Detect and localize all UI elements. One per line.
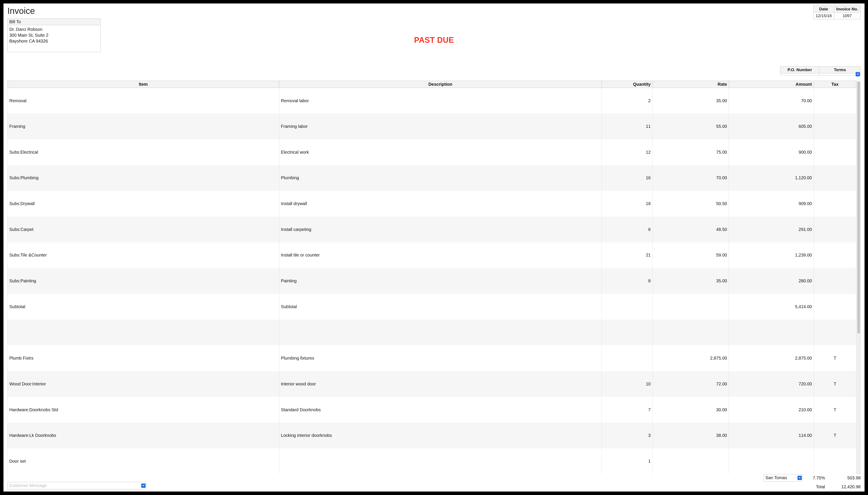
- cell-amount[interactable]: [729, 320, 814, 345]
- col-description[interactable]: Description: [279, 81, 602, 88]
- cell-description[interactable]: Plumbing: [279, 165, 602, 191]
- chevron-down-icon[interactable]: [856, 72, 860, 76]
- date-field[interactable]: 12/15/18: [813, 13, 834, 19]
- cell-description[interactable]: Interior wood door: [279, 371, 602, 397]
- cell-item[interactable]: Wood Door:Interior: [7, 371, 279, 397]
- table-row[interactable]: FramingFraming labor1155.00605.00: [7, 114, 856, 139]
- tax-jurisdiction-dropdown[interactable]: San Tomas: [763, 474, 802, 481]
- cell-description[interactable]: Removal labor: [279, 88, 602, 114]
- cell-rate[interactable]: 30.00: [653, 397, 729, 423]
- cell-item[interactable]: Plumb Fixtrs: [7, 345, 279, 371]
- cell-tax[interactable]: T: [814, 397, 856, 423]
- table-row[interactable]: Subs:PlumbingPlumbing1670.001,120.00: [7, 165, 856, 191]
- cell-rate[interactable]: [653, 320, 729, 345]
- cell-amount[interactable]: 291.00: [729, 217, 814, 242]
- cell-item[interactable]: Door set: [7, 448, 279, 474]
- cell-tax[interactable]: [814, 242, 856, 268]
- cell-rate[interactable]: 75.00: [653, 139, 729, 165]
- table-row[interactable]: RemovalRemoval labor235.0070.00: [7, 88, 856, 114]
- cell-amount[interactable]: 1,120.00: [729, 165, 814, 191]
- cell-rate[interactable]: 48.50: [653, 217, 729, 242]
- customer-message-dropdown[interactable]: Customer Message: [7, 482, 146, 489]
- cell-item[interactable]: Subs:Painting: [7, 268, 279, 294]
- cell-description[interactable]: Subtotal: [279, 294, 602, 320]
- chevron-down-icon[interactable]: [141, 483, 145, 488]
- cell-amount[interactable]: 900.00: [729, 139, 814, 165]
- cell-quantity[interactable]: 21: [602, 242, 653, 268]
- table-row[interactable]: Hardware:Lk DoorknobsLocking interior do…: [7, 423, 856, 448]
- cell-quantity[interactable]: 1: [602, 448, 653, 474]
- cell-quantity[interactable]: 6: [602, 217, 653, 242]
- cell-quantity[interactable]: [602, 320, 653, 345]
- cell-description[interactable]: Electrical work: [279, 139, 602, 165]
- cell-amount[interactable]: 2,875.00: [729, 345, 814, 371]
- cell-amount[interactable]: 114.00: [729, 423, 814, 448]
- table-row[interactable]: Hardware:Doorknobs StdStandard Doorknobs…: [7, 397, 856, 423]
- cell-rate[interactable]: [653, 448, 729, 474]
- cell-tax[interactable]: [814, 165, 856, 191]
- scrollbar-thumb[interactable]: [857, 82, 860, 333]
- cell-tax[interactable]: [814, 320, 856, 345]
- cell-item[interactable]: Subtotal: [7, 294, 279, 320]
- cell-item[interactable]: Subs:Carpet: [7, 217, 279, 242]
- chevron-down-icon[interactable]: [797, 476, 802, 480]
- table-row[interactable]: SubtotalSubtotal5,414.00: [7, 294, 856, 320]
- cell-tax[interactable]: [814, 268, 856, 294]
- cell-quantity[interactable]: 18: [602, 191, 653, 217]
- cell-tax[interactable]: [814, 294, 856, 320]
- cell-description[interactable]: Standard Doorknobs: [279, 397, 602, 423]
- cell-amount[interactable]: 720.00: [729, 371, 814, 397]
- table-row[interactable]: Door set1: [7, 448, 856, 474]
- cell-amount[interactable]: 210.00: [729, 397, 814, 423]
- col-quantity[interactable]: Quantity: [602, 81, 653, 88]
- cell-tax[interactable]: T: [814, 423, 856, 448]
- cell-description[interactable]: Painting: [279, 268, 602, 294]
- cell-rate[interactable]: 35.00: [653, 88, 729, 114]
- col-tax[interactable]: Tax: [814, 81, 856, 88]
- table-row[interactable]: Subs:PaintingPainting835.00280.00: [7, 268, 856, 294]
- cell-rate[interactable]: 50.50: [653, 191, 729, 217]
- cell-rate[interactable]: 2,875.00: [653, 345, 729, 371]
- table-row[interactable]: Subs:ElectricalElectrical work1275.00900…: [7, 139, 856, 165]
- cell-rate[interactable]: 38.00: [653, 423, 729, 448]
- cell-tax[interactable]: T: [814, 371, 856, 397]
- table-scrollbar[interactable]: [857, 81, 861, 474]
- cell-description[interactable]: [279, 448, 602, 474]
- cell-amount[interactable]: 280.00: [729, 268, 814, 294]
- cell-item[interactable]: Removal: [7, 88, 279, 114]
- col-item[interactable]: Item: [7, 81, 279, 88]
- table-row[interactable]: Plumb FixtrsPlumbing fixtures2,875.002,8…: [7, 345, 856, 371]
- line-items-table[interactable]: Item Description Quantity Rate Amount Ta…: [7, 81, 856, 474]
- cell-tax[interactable]: [814, 88, 856, 114]
- cell-description[interactable]: Framing labor: [279, 114, 602, 139]
- cell-tax[interactable]: [814, 217, 856, 242]
- cell-description[interactable]: Install drywall: [279, 191, 602, 217]
- cell-tax[interactable]: [814, 139, 856, 165]
- col-rate[interactable]: Rate: [653, 81, 729, 88]
- cell-rate[interactable]: 59.00: [653, 242, 729, 268]
- po-number-field[interactable]: [780, 73, 819, 75]
- cell-amount[interactable]: 909.00: [729, 191, 814, 217]
- cell-rate[interactable]: 35.00: [653, 268, 729, 294]
- cell-rate[interactable]: [653, 294, 729, 320]
- cell-description[interactable]: Install carpeting: [279, 217, 602, 242]
- cell-item[interactable]: Hardware:Doorknobs Std: [7, 397, 279, 423]
- invoice-number-field[interactable]: 1097: [834, 13, 861, 19]
- table-row[interactable]: [7, 320, 856, 345]
- cell-description[interactable]: [279, 320, 602, 345]
- cell-amount[interactable]: 605.00: [729, 114, 814, 139]
- cell-item[interactable]: Subs:Drywall: [7, 191, 279, 217]
- cell-description[interactable]: Install tile or counter: [279, 242, 602, 268]
- cell-tax[interactable]: [814, 191, 856, 217]
- cell-quantity[interactable]: [602, 294, 653, 320]
- cell-amount[interactable]: 1,239.00: [729, 242, 814, 268]
- cell-quantity[interactable]: 16: [602, 165, 653, 191]
- table-row[interactable]: Subs:DrywallInstall drywall1850.50909.00: [7, 191, 856, 217]
- table-row[interactable]: Subs:Tile &CounterInstall tile or counte…: [7, 242, 856, 268]
- cell-quantity[interactable]: 3: [602, 423, 653, 448]
- cell-amount[interactable]: 70.00: [729, 88, 814, 114]
- cell-rate[interactable]: 72.00: [653, 371, 729, 397]
- col-amount[interactable]: Amount: [729, 81, 814, 88]
- cell-item[interactable]: Subs:Tile &Counter: [7, 242, 279, 268]
- cell-quantity[interactable]: 11: [602, 114, 653, 139]
